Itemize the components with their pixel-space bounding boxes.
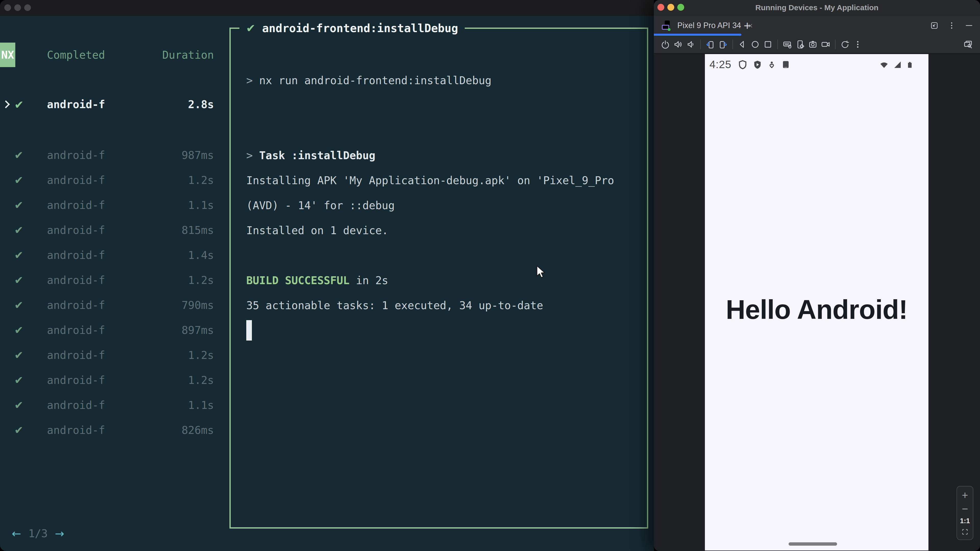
task-duration: 1.2s <box>188 174 214 186</box>
task-name: android-f <box>47 174 105 186</box>
task-row[interactable]: ✔android-f826ms <box>0 418 220 443</box>
tab-pixel-9-pro[interactable]: Pixel 9 Pro API 34 × <box>654 15 753 36</box>
task-row[interactable]: ✔android-f987ms <box>0 143 220 168</box>
close-traffic-light[interactable] <box>4 4 11 11</box>
task-row[interactable]: ✔android-f1.2s <box>0 168 220 193</box>
duration-column-header: Duration <box>162 49 214 61</box>
task-row[interactable]: ✔android-f1.2s <box>0 268 220 293</box>
window-title: Running Devices - My Application <box>654 0 980 15</box>
terminal-output-line: BUILD SUCCESSFUL in 2s <box>246 268 614 293</box>
power-button[interactable] <box>659 38 672 51</box>
actual-size-button[interactable]: 1:1 <box>960 517 970 525</box>
task-name: android-f <box>47 324 105 337</box>
nx-logo: NX <box>0 43 15 67</box>
emulator-screen[interactable]: 4:25 A <box>705 54 928 551</box>
task-duration: 1.2s <box>188 349 214 362</box>
rotate-right-button[interactable] <box>717 38 729 51</box>
task-name: android-f <box>47 149 105 162</box>
device-settings-button[interactable] <box>794 38 807 51</box>
hide-icon[interactable] <box>965 21 974 30</box>
screenshot-button[interactable] <box>807 38 819 51</box>
zoom-out-button[interactable]: − <box>962 503 968 514</box>
nx-terminal: NX Completed Duration ✔ android-f 2.8s ✔… <box>0 16 654 551</box>
task-duration: 897ms <box>182 324 214 337</box>
shield-outline-icon <box>738 59 748 70</box>
task-duration: 1.2s <box>188 374 214 386</box>
zoom-in-button[interactable]: + <box>962 490 968 501</box>
selected-task-row[interactable]: ✔ android-f 2.8s <box>0 92 220 118</box>
device-mirror-search-button[interactable] <box>962 38 974 51</box>
terminal-output-line <box>246 318 614 343</box>
terminal-output-line <box>246 243 614 268</box>
terminal-output-line: 35 actionable tasks: 1 executed, 34 up-t… <box>246 293 614 318</box>
minimize-traffic-light[interactable] <box>14 4 21 11</box>
terminal-text-segment: Task :installDebug <box>259 149 375 162</box>
volume-up-button[interactable] <box>672 38 684 51</box>
check-icon: ✔ <box>14 98 24 111</box>
task-name: android-f <box>47 349 105 362</box>
screen-record-button[interactable] <box>819 38 832 51</box>
device-mirror-area: 4:25 A <box>654 54 980 551</box>
previous-page-arrow[interactable]: ← <box>12 527 21 540</box>
check-icon: ✔ <box>14 399 23 411</box>
wifi-icon <box>879 59 889 70</box>
check-icon: ✔ <box>14 149 23 162</box>
letter-a-app-icon: A <box>781 59 791 70</box>
terminal-output-line: (AVD) - 14' for ::debug <box>246 193 614 218</box>
task-row[interactable]: ✔android-f815ms <box>0 218 220 243</box>
terminal-titlebar <box>0 0 654 16</box>
device-tabbar: Pixel 9 Pro API 34 × + <box>654 15 980 36</box>
battery-icon <box>905 59 914 70</box>
float-window-icon[interactable] <box>930 21 939 30</box>
task-row[interactable]: ✔android-f897ms <box>0 318 220 343</box>
maximize-traffic-light[interactable] <box>24 4 31 11</box>
task-name: android-f <box>47 249 105 262</box>
zoom-to-fit-icon[interactable] <box>961 528 969 536</box>
new-tab-button[interactable]: + <box>744 15 751 36</box>
check-icon: ✔ <box>14 249 23 262</box>
hardware-input-button[interactable] <box>781 38 794 51</box>
check-icon: ✔ <box>14 349 23 362</box>
virtual-device-icon <box>661 20 672 31</box>
home-button[interactable] <box>749 38 762 51</box>
task-output-title: ✔ android-frontend:installDebug <box>239 19 465 37</box>
page-indicator: 1/3 <box>28 527 48 540</box>
next-page-arrow[interactable]: → <box>55 527 64 540</box>
task-name: android-f <box>47 274 105 286</box>
task-duration: 987ms <box>182 149 214 162</box>
more-options-icon[interactable] <box>947 21 956 30</box>
task-row[interactable]: ✔android-f1.1s <box>0 193 220 218</box>
restart-button[interactable] <box>838 38 851 51</box>
more-options-button[interactable] <box>851 38 864 51</box>
terminal-output: > nx run android-frontend:installDebug> … <box>246 68 614 343</box>
task-row[interactable]: ✔android-f1.1s <box>0 393 220 418</box>
check-icon: ✔ <box>14 224 23 237</box>
rotate-left-button[interactable] <box>704 38 717 51</box>
running-devices-window: Running Devices - My Application Pixel 9… <box>654 0 980 551</box>
task-name: android-f <box>47 399 105 411</box>
task-duration: 826ms <box>182 424 214 437</box>
task-row[interactable]: ✔android-f1.2s <box>0 368 220 393</box>
volume-down-button[interactable] <box>684 38 697 51</box>
task-row[interactable]: ✔android-f790ms <box>0 293 220 318</box>
back-button[interactable] <box>736 38 749 51</box>
gesture-navigation-pill[interactable] <box>789 542 837 546</box>
check-icon: ✔ <box>14 199 23 211</box>
task-name: android-f <box>47 98 105 111</box>
tab-label: Pixel 9 Pro API 34 <box>677 21 741 30</box>
overview-button[interactable] <box>762 38 774 51</box>
terminal-output-line: > Task :installDebug <box>246 143 614 168</box>
task-duration: 1.1s <box>188 199 214 211</box>
wellbeing-icon <box>767 59 776 70</box>
task-row[interactable]: ✔android-f1.2s <box>0 343 220 368</box>
task-duration: 1.2s <box>188 274 214 286</box>
task-duration: 815ms <box>182 224 214 237</box>
terminal-output-line <box>246 93 614 118</box>
check-icon: ✔ <box>14 299 23 311</box>
toolbar-separator <box>700 40 701 49</box>
task-duration: 2.8s <box>188 98 214 111</box>
task-row[interactable]: ✔android-f1.4s <box>0 243 220 268</box>
terminal-text-segment: in 2s <box>350 274 388 287</box>
task-list-header: NX Completed Duration <box>0 43 220 67</box>
task-duration: 1.4s <box>188 249 214 262</box>
